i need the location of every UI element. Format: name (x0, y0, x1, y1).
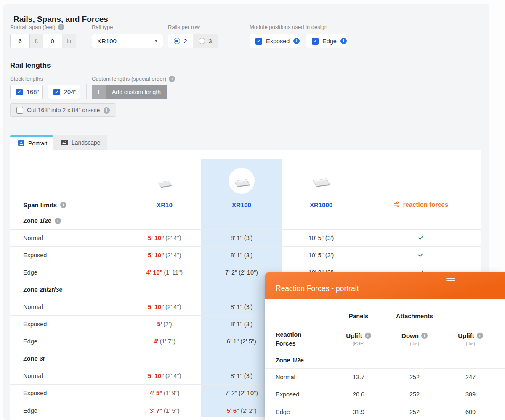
inches-field-wrap (43, 34, 62, 48)
tab-landscape[interactable]: Landscape (53, 135, 107, 150)
rail-lengths-title: Rail lengths (10, 61, 50, 70)
section-title: Zone 1/2e (23, 217, 51, 224)
reaction-panel-title: Reaction Forces - portrait (276, 284, 505, 293)
reaction-forces-row-header: Reaction Forces (265, 330, 314, 348)
panel-column-header-row: Reaction Forces Uplift (PSF) Down (lbs) … (265, 326, 505, 352)
portrait-icon (18, 140, 24, 146)
checkbox-checked-icon (16, 89, 23, 95)
group-header-panels: Panels (337, 313, 380, 320)
rail-image-xr100 (201, 178, 282, 198)
info-icon[interactable] (60, 202, 66, 208)
cut-168-checkbox[interactable]: Cut 168" into 2 x 84" on-site (10, 103, 116, 117)
section-title: Zone 2n/2r/3e (23, 286, 62, 293)
rail-type-label: Rail type (92, 24, 113, 30)
portrait-span-label: Portrait span (feet) (10, 24, 64, 30)
stock-length-168-checkbox[interactable]: 168" (10, 85, 43, 99)
info-icon[interactable] (421, 333, 428, 339)
section-row-zone-1-2e: Zone 1/2e (10, 212, 481, 230)
edge-checkbox[interactable]: Edge (306, 34, 346, 48)
page-title: Rails, Spans, and Forces (13, 15, 108, 24)
group-header-attachments: Attachments (380, 313, 449, 320)
info-icon[interactable] (293, 38, 300, 44)
rail-images-row (10, 150, 481, 198)
stock-length-204-label: 204" (64, 89, 76, 95)
rail-image-xr10 (128, 180, 201, 198)
stock-lengths-label: Stock lengths (10, 76, 43, 82)
custom-lengths-label: Custom lengths (special order) (92, 76, 175, 82)
add-custom-length-button[interactable]: + Add custom length (92, 85, 167, 99)
exposed-checkbox[interactable]: Exposed (250, 34, 299, 48)
col-uplift-psf-label: Uplift (346, 332, 362, 339)
radio-selected-icon (174, 38, 180, 44)
span-limits-header-text: Span limits (23, 201, 57, 209)
checkbox-unchecked-icon (16, 107, 23, 114)
page: { "page": { "title": "Rails, Spans, and … (0, 0, 505, 420)
checkbox-checked-icon (53, 89, 60, 95)
inches-unit-label: in (62, 34, 76, 48)
check-icon (417, 234, 424, 241)
col-uplift-psf-unit: (PSF) (337, 341, 380, 346)
table-row: Exposed 5' 10"(2' 4") 8' 1" (3') 10' 5" … (10, 247, 481, 264)
edge-checkbox-label: Edge (322, 38, 337, 45)
span-limits-header: Span limits (10, 201, 128, 209)
rail-type-label-text: Rail type (92, 24, 113, 30)
checkbox-checked-icon (255, 38, 262, 45)
info-icon[interactable] (55, 218, 61, 224)
exposed-checkbox-label: Exposed (266, 38, 290, 45)
custom-lengths-label-text: Custom lengths (special order) (92, 76, 166, 82)
column-header-xr1000[interactable]: XR1000 (310, 201, 332, 209)
reaction-forces-link[interactable]: reaction forces (393, 201, 449, 208)
rails-per-row-label-text: Rails per row (168, 24, 200, 30)
checkbox-checked-icon (312, 38, 319, 45)
rails-per-row-option-3-label: 3 (208, 38, 212, 45)
rails-per-row-option-3[interactable]: 3 (193, 34, 218, 48)
module-positions-label-text: Module positions used in design (250, 24, 327, 30)
info-icon[interactable] (169, 76, 175, 82)
tab-portrait[interactable]: Portrait (10, 135, 53, 150)
stock-length-204-checkbox[interactable]: 204" (48, 85, 80, 99)
info-icon[interactable] (104, 107, 110, 114)
table-header-row: Span limits XR10 XR100 XR1000 reaction f… (10, 198, 481, 212)
stock-length-168-label: 168" (27, 89, 39, 95)
rails-per-row-option-2[interactable]: 2 (168, 34, 193, 48)
rail-image-xr1000 (282, 177, 360, 198)
reaction-panel-header: Reaction Forces - portrait (265, 272, 505, 299)
add-custom-length-label: Add custom length (106, 89, 167, 95)
panel-group-header-row: Panels Attachments (265, 299, 505, 326)
info-icon[interactable] (477, 333, 483, 339)
info-icon[interactable] (340, 38, 347, 44)
portrait-span-label-text: Portrait span (feet) (10, 24, 56, 30)
panel-section-row: Zone 1/2e (265, 352, 505, 369)
rails-per-row-group: 2 3 (168, 34, 218, 48)
column-header-xr100[interactable]: XR100 (232, 201, 251, 209)
landscape-icon (61, 140, 68, 145)
info-icon[interactable] (365, 333, 371, 339)
inches-field[interactable] (43, 37, 62, 45)
section-title: Zone 3r (23, 355, 45, 362)
drag-handle-icon[interactable] (446, 278, 455, 282)
divider (86, 84, 87, 99)
rail-type-value: XR100 (97, 37, 117, 45)
portrait-span-input-group: ft in (10, 34, 76, 48)
module-positions-label: Module positions used in design (250, 24, 327, 30)
check-icon (417, 251, 424, 258)
column-header-xr10[interactable]: XR10 (157, 201, 173, 209)
col-down-lbs-label: Down (401, 332, 419, 339)
rails-per-row-label: Rails per row (168, 24, 200, 30)
reaction-forces-panel: Reaction Forces - portrait Panels Attach… (265, 272, 505, 420)
rail-type-select[interactable]: XR100 (92, 34, 163, 48)
wind-icon (393, 201, 401, 208)
col-uplift-lbs-unit: (lbs) (449, 341, 492, 346)
chevron-down-icon (154, 40, 158, 42)
stock-lengths-label-text: Stock lengths (10, 76, 43, 82)
panel-data-row: Edge 31.9 252 609 (265, 403, 505, 420)
tab-portrait-label: Portrait (28, 140, 47, 147)
radio-unselected-icon (199, 38, 205, 44)
info-icon[interactable] (58, 24, 64, 30)
panel-data-row: Normal 13.7 252 247 (265, 369, 505, 386)
feet-field[interactable] (11, 37, 29, 45)
feet-field-wrap (11, 34, 29, 48)
col-uplift-lbs-label: Uplift (458, 332, 474, 339)
table-row: Normal 5' 10"(2' 4") 8' 1" (3') 10' 5" (… (10, 230, 481, 247)
status-ok (360, 234, 481, 242)
